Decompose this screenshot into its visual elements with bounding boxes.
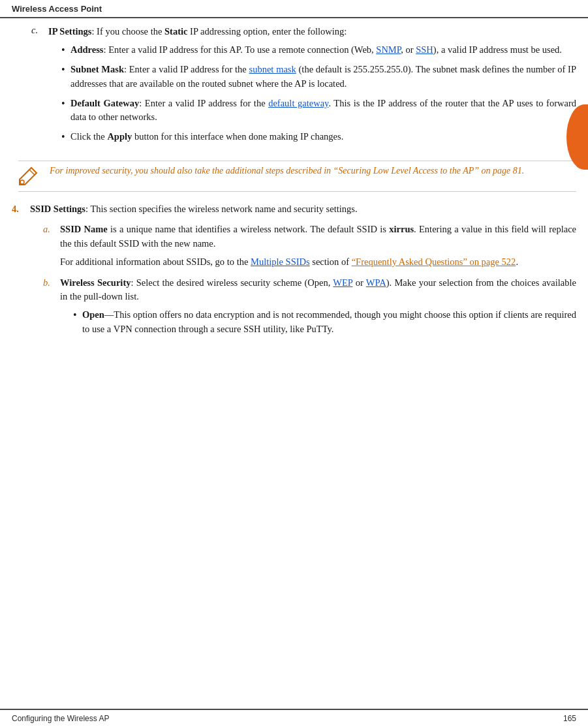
bullet-content-address: Address: Enter a valid IP address for th… [70,43,576,57]
page-footer: Configuring the Wireless AP 165 [0,709,588,727]
section-b-label: b. [43,276,57,290]
default-gateway-link[interactable]: default gateway [268,98,328,108]
bullet-open: • Open—This option offers no data encryp… [60,308,576,337]
bullet-content-subnet: Subnet Mask: Enter a valid IP address fo… [70,63,576,91]
section-4-intro: SSID Settings: This section specifies th… [30,202,576,217]
section-c-intro: IP Settings: If you choose the Static IP… [48,25,576,39]
section-4-content: SSID Settings: This section specifies th… [27,202,576,346]
bullet-gateway: • Default Gateway: Enter a valid IP addr… [48,97,576,125]
section-c-content: IP Settings: If you choose the Static IP… [44,25,576,150]
bullet-dot-apply: • [61,130,70,144]
bullet-dot-subnet: • [61,63,70,77]
bullet-dot-address: • [61,43,70,57]
multiple-ssids-link[interactable]: Multiple SSIDs [251,256,310,267]
open-bold: Open [82,309,104,320]
apply-bold: Apply [107,131,132,142]
bullet-content-gateway: Default Gateway: Enter a valid IP addres… [70,97,576,125]
footer-right: 165 [563,714,576,723]
faq-link[interactable]: “Frequently Asked Questions” on page 522 [352,256,516,267]
wireless-security-list: • Open—This option offers no data encryp… [60,308,576,337]
ssid-settings-bold: SSID Settings [30,204,85,214]
section-a-content: SSID Name is a unique name that identifi… [57,223,576,269]
pencil-icon [18,165,39,186]
wireless-security-text: Wireless Security: Select the desired wi… [60,276,576,305]
section-b-content: Wireless Security: Select the desired wi… [57,276,576,342]
static-bold: Static [164,26,187,37]
page-container: Wireless Access Point c. IP Settings: If… [0,0,588,727]
footer-left: Configuring the Wireless AP [12,714,109,723]
address-bold: Address [70,44,104,55]
ssid-name-bold: SSID Name [60,224,108,234]
section-a: a. SSID Name is a unique name that ident… [30,223,576,269]
svg-point-0 [20,180,24,184]
note-text-content: For improved security, you should also t… [50,166,524,176]
subnet-mask-link[interactable]: subnet mask [249,64,296,74]
subnet-bold: Subnet Mask [70,64,124,74]
snmp-link[interactable]: SNMP [376,44,401,55]
gateway-bold: Default Gateway [70,98,139,108]
ssid-para: For additional information about SSIDs, … [60,255,576,270]
bullet-content-open: Open—This option offers no data encrypti… [82,308,576,337]
section-a-label: a. [43,223,57,237]
note-icon [18,165,44,189]
section-c: c. IP Settings: If you choose the Static… [12,25,576,150]
bullet-apply: • Click the Apply button for this interf… [48,130,576,144]
ip-settings-list: • Address: Enter a valid IP address for … [48,43,576,145]
section-c-label: c. [31,25,44,36]
note-text: For improved security, you should also t… [50,164,524,178]
wep-link[interactable]: WEP [333,277,352,288]
bullet-content-apply: Click the Apply button for this interfac… [70,130,576,144]
xirrus-bold: xirrus [389,224,414,234]
main-content: c. IP Settings: If you choose the Static… [0,18,588,392]
wpa-link[interactable]: WPA [366,277,386,288]
ssh-link[interactable]: SSH [416,44,433,55]
wireless-security-bold: Wireless Security [60,277,131,288]
page-header: Wireless Access Point [0,0,588,18]
bullet-dot-gateway: • [61,97,70,111]
ip-settings-bold: IP Settings [48,26,91,37]
bullet-subnet: • Subnet Mask: Enter a valid IP address … [48,63,576,91]
header-title: Wireless Access Point [12,4,102,14]
note-box: For improved security, you should also t… [18,161,576,192]
bullet-dot-open: • [73,308,82,322]
ssid-name-text: SSID Name is a unique name that identifi… [60,223,576,251]
bullet-address: • Address: Enter a valid IP address for … [48,43,576,57]
section-4-label: 4. [12,202,27,217]
section-4: 4. SSID Settings: This section specifies… [12,202,576,346]
section-b: b. Wireless Security: Select the desired… [30,276,576,342]
